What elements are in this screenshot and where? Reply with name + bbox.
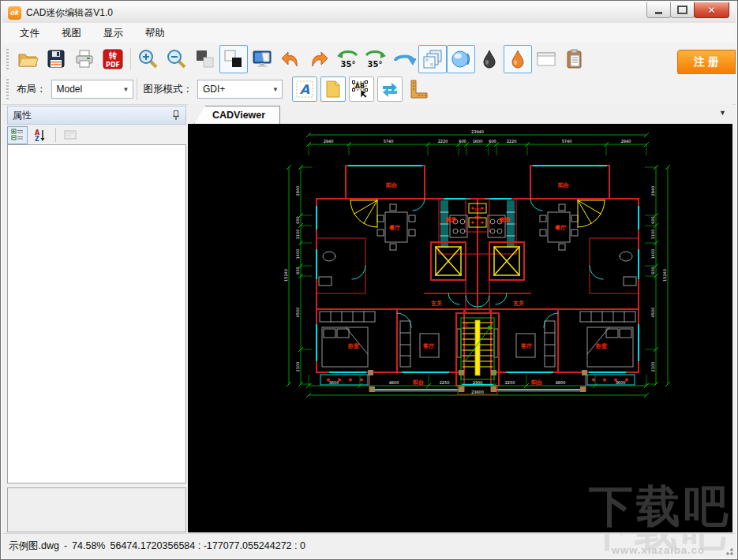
properties-list[interactable] (7, 144, 186, 483)
layers-button[interactable] (418, 45, 447, 73)
minimize-button[interactable] (646, 2, 671, 18)
dimension-label: 2940 (621, 139, 631, 144)
zoom-in-button[interactable] (134, 45, 163, 73)
sphere-render-button[interactable] (447, 45, 475, 73)
paste-button[interactable] (560, 45, 589, 73)
undo-button[interactable] (276, 45, 305, 73)
watermark-url: www.xiazaiba.co (612, 544, 705, 556)
property-pages-button[interactable] (60, 126, 81, 144)
layers-icon (421, 48, 444, 70)
dimension-label: 4800 (389, 380, 399, 385)
register-button[interactable]: 注 册 (677, 50, 736, 75)
layout-select[interactable]: Model ▼ (51, 80, 133, 99)
room-label: 阳台 (413, 379, 424, 386)
status-bar: 示例图.dwg - 74.58% 56474.1720356584 : -177… (2, 533, 736, 558)
black-droplet-icon (478, 48, 500, 70)
resize-grip[interactable] (724, 546, 733, 555)
ink-black-button[interactable] (475, 45, 504, 73)
sort-az-button[interactable]: A Z (29, 126, 50, 144)
background-light-button[interactable] (219, 45, 248, 73)
zoom-out-button[interactable] (163, 45, 191, 73)
dimension-label: 2220 (507, 139, 517, 144)
swap-colors-button[interactable] (377, 77, 403, 102)
status-zoom: 74.58% (72, 540, 105, 551)
swap-arrows-icon (380, 79, 400, 99)
menu-item-display[interactable]: 显示 (92, 24, 134, 43)
dimension-label: 3600 (616, 380, 626, 385)
dimension-label: 3600 (329, 380, 339, 385)
svg-text:AB: AB (355, 83, 365, 90)
room-label: 阳台 (386, 182, 397, 189)
save-button[interactable] (42, 45, 70, 73)
clipboard-icon (564, 48, 586, 70)
text-style-button[interactable]: A (292, 77, 317, 102)
pin-icon[interactable] (171, 110, 181, 121)
properties-toolbar: A Z (7, 125, 186, 144)
toolbar-grip[interactable] (6, 79, 9, 99)
save-icon (45, 48, 67, 70)
room-label: 客厅 (520, 342, 532, 349)
dimension-label: 1400 (650, 249, 655, 259)
rotate-left-35-button[interactable]: 35° (333, 45, 362, 73)
background-light-icon (223, 48, 245, 70)
room-label: 厨房 (498, 216, 510, 223)
rotate-view-button[interactable] (390, 45, 418, 73)
select-text-button[interactable]: AB (349, 77, 374, 102)
chevron-down-icon: ▼ (272, 86, 279, 93)
title-bar[interactable]: ok CAD迷你编辑器V1.0 ✕ (2, 2, 736, 24)
toolbar-grip[interactable] (6, 49, 9, 69)
convert-pdf-icon: 转 PDF (102, 48, 124, 70)
rotate-right-35-button[interactable]: 35° (362, 45, 390, 73)
dimension-label: 1100 (650, 230, 655, 240)
new-window-button[interactable] (532, 45, 560, 73)
blank-window-icon (535, 48, 557, 70)
graphics-mode-value: GDI+ (203, 84, 225, 95)
background-dark-button[interactable] (191, 45, 219, 73)
fit-screen-button[interactable] (248, 45, 276, 73)
measure-ruler-button[interactable] (406, 77, 431, 102)
paper-background-icon (323, 79, 343, 99)
graphics-mode-select[interactable]: GDI+ ▼ (197, 80, 283, 99)
room-label: 厨房 (444, 216, 456, 223)
tab-cadviewer[interactable]: CADViewer (194, 106, 280, 124)
dimension-label: 4500 (650, 308, 655, 318)
main-area: CADViewer ▼ (188, 104, 732, 532)
maximize-icon (677, 6, 687, 14)
dimension-label: 5740 (562, 139, 572, 144)
close-button[interactable]: ✕ (694, 2, 729, 18)
room-label: 卧室 (596, 342, 607, 349)
select-text-icon: AB (351, 79, 372, 99)
rotate-right-35-icon: 35° (364, 48, 388, 70)
dimension-label: 600 (295, 216, 300, 224)
paper-background-button[interactable] (320, 77, 346, 102)
drawing-canvas[interactable]: 2394029405740222060016006002220574029403… (188, 124, 732, 532)
ink-color-button[interactable] (504, 45, 532, 73)
menu-item-view[interactable]: 视图 (51, 24, 92, 43)
room-label: 上 (463, 321, 468, 327)
toolbar-separator (55, 128, 56, 142)
svg-text:35°: 35° (368, 60, 383, 69)
rotate-view-icon (392, 48, 416, 70)
maximize-button[interactable] (670, 2, 695, 18)
open-file-button[interactable] (13, 45, 42, 73)
property-pages-icon (64, 129, 77, 141)
svg-text:PDF: PDF (106, 62, 120, 69)
redo-button[interactable] (305, 45, 333, 73)
dimension-label: 5740 (384, 139, 394, 144)
room-label: 玄关 (512, 300, 524, 307)
room-label: 客厅 (422, 342, 434, 349)
dimension-label: 2100 (650, 362, 655, 372)
menu-item-file[interactable]: 文件 (9, 24, 51, 43)
status-coordinates: 56474.1720356584 : -177077.055244272 : 0 (110, 540, 305, 551)
main-toolbar: 转 PDF (2, 43, 736, 75)
menu-item-help[interactable]: 帮助 (134, 24, 176, 43)
window-title: CAD迷你编辑器V1.0 (26, 6, 113, 20)
monitor-icon (251, 48, 273, 70)
tab-dropdown-icon[interactable]: ▼ (719, 109, 726, 117)
dimension-label: 2940 (324, 139, 334, 144)
convert-pdf-button[interactable]: 转 PDF (99, 45, 127, 73)
status-filename: 示例图.dwg (9, 539, 59, 553)
categorized-button[interactable] (7, 126, 28, 144)
print-button[interactable] (70, 45, 99, 73)
dimension-label: 2220 (438, 139, 448, 144)
